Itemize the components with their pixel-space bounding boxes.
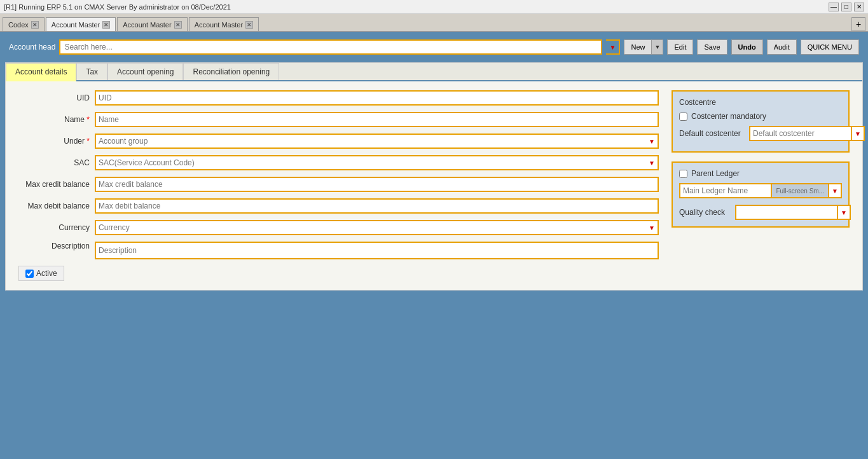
name-input[interactable] xyxy=(95,112,659,127)
tab-account-opening[interactable]: Account opening xyxy=(107,63,183,80)
edit-button[interactable]: Edit xyxy=(667,39,693,55)
quality-check-dropdown-button[interactable]: ▼ xyxy=(838,205,851,220)
quick-menu-button[interactable]: QUICK MENU xyxy=(801,39,859,55)
default-costcenter-input[interactable] xyxy=(749,126,852,141)
costcentre-box: Costcentre Costcenter mandatory Default … xyxy=(672,90,850,153)
tab-codex-close[interactable]: ✕ xyxy=(31,21,39,29)
tab-codex[interactable]: Codex ✕ xyxy=(3,17,45,31)
max-debit-label: Max debit balance xyxy=(18,202,95,210)
tab-account-master-3-label: Account Master xyxy=(195,21,243,29)
under-label: Under * xyxy=(18,137,95,146)
under-dropdown-button[interactable]: ▼ xyxy=(646,134,659,149)
title-text: [R1] Running ERP 5.1 on CMAX Server By a… xyxy=(4,3,231,11)
costcenter-mandatory-checkbox[interactable] xyxy=(679,113,687,121)
uid-label: UID xyxy=(18,93,95,102)
ledger-dropdown-button[interactable]: ▼ xyxy=(829,183,842,198)
new-dropdown-icon: ▼ xyxy=(655,44,661,50)
title-bar: [R1] Running ERP 5.1 on CMAX Server By a… xyxy=(0,0,868,14)
fullscreen-overlay: Full-screen Sm... xyxy=(772,183,829,198)
account-head-label: Account head xyxy=(9,43,55,51)
main-ledger-name-row: Full-screen Sm... ▼ xyxy=(679,183,842,198)
description-row: Description xyxy=(18,242,659,259)
under-input-wrapper: ▼ xyxy=(95,134,659,149)
currency-dropdown-button[interactable]: ▼ xyxy=(646,220,659,235)
tab-account-master-1[interactable]: Account Master ✕ xyxy=(46,17,116,31)
form-right: Costcentre Costcenter mandatory Default … xyxy=(672,90,850,281)
tab-tax[interactable]: Tax xyxy=(76,63,107,80)
tab-account-master-1-close[interactable]: ✕ xyxy=(102,21,110,29)
save-button[interactable]: Save xyxy=(697,39,727,55)
tab-add-button[interactable]: + xyxy=(851,17,865,31)
name-row: Name * xyxy=(18,112,659,127)
currency-input-wrapper: ▼ xyxy=(95,220,659,235)
costcenter-mandatory-label[interactable]: Costcenter mandatory xyxy=(691,112,766,121)
quality-check-label: Quality check xyxy=(679,208,735,217)
parent-ledger-row: Parent Ledger xyxy=(679,169,842,178)
tab-reconciliation-opening-label: Reconciliation opening xyxy=(193,67,270,76)
active-checkbox[interactable] xyxy=(25,270,34,278)
toolbar: Account head ▼ New ▼ Edit Save Undo Audi… xyxy=(5,37,863,57)
minimize-button[interactable]: — xyxy=(829,3,839,11)
search-input[interactable] xyxy=(59,39,602,55)
sac-dropdown-icon: ▼ xyxy=(649,160,655,167)
currency-row: Currency ▼ xyxy=(18,220,659,235)
sac-input[interactable] xyxy=(95,155,646,170)
form-left: UID Name * Under * xyxy=(18,90,659,281)
tab-account-master-2-close[interactable]: ✕ xyxy=(174,21,182,29)
quality-check-dropdown-icon: ▼ xyxy=(841,209,847,216)
new-dropdown-button[interactable]: ▼ xyxy=(652,39,663,55)
parent-ledger-label[interactable]: Parent Ledger xyxy=(691,169,740,178)
uid-row: UID xyxy=(18,90,659,106)
search-dropdown-icon: ▼ xyxy=(610,44,616,51)
close-button[interactable]: ✕ xyxy=(854,3,864,11)
sac-label: SAC xyxy=(18,158,95,167)
costcentre-title: Costcentre xyxy=(679,98,842,107)
under-input[interactable] xyxy=(95,134,646,149)
window-controls: — □ ✕ xyxy=(829,3,864,11)
undo-button[interactable]: Undo xyxy=(731,39,763,55)
tab-account-master-3[interactable]: Account Master ✕ xyxy=(189,17,259,31)
max-debit-input[interactable] xyxy=(95,198,659,214)
fullscreen-text: Full-screen Sm... xyxy=(776,188,824,195)
tab-account-opening-label: Account opening xyxy=(117,67,174,76)
description-label: Description xyxy=(18,242,95,250)
max-credit-input[interactable] xyxy=(95,177,659,192)
active-checkbox-wrapper[interactable]: Active xyxy=(18,266,64,281)
quality-check-input[interactable] xyxy=(735,205,838,220)
parent-ledger-checkbox[interactable] xyxy=(679,170,687,178)
default-costcenter-wrapper: ▼ xyxy=(749,126,865,141)
name-required: * xyxy=(86,115,90,124)
main-content: Account head ▼ New ▼ Edit Save Undo Audi… xyxy=(0,32,868,459)
active-row: Active xyxy=(18,266,659,281)
currency-dropdown-icon: ▼ xyxy=(649,224,655,231)
new-button[interactable]: New xyxy=(624,39,652,55)
uid-input[interactable] xyxy=(95,90,659,106)
tab-account-details-label: Account details xyxy=(15,67,67,76)
inner-tab-bar: Account details Tax Account opening Reco… xyxy=(6,63,862,81)
quality-check-wrapper: ▼ xyxy=(735,205,851,220)
under-required: * xyxy=(86,137,90,146)
maximize-button[interactable]: □ xyxy=(841,3,851,11)
search-dropdown-button[interactable]: ▼ xyxy=(606,39,620,55)
tab-account-master-3-close[interactable]: ✕ xyxy=(245,21,253,29)
tab-reconciliation-opening[interactable]: Reconciliation opening xyxy=(183,63,279,80)
main-ledger-name-input[interactable] xyxy=(679,183,772,198)
tab-bar: Codex ✕ Account Master ✕ Account Master … xyxy=(0,14,868,32)
sac-input-wrapper: ▼ xyxy=(95,155,659,170)
audit-button[interactable]: Audit xyxy=(767,39,797,55)
tab-account-master-1-label: Account Master xyxy=(52,21,100,29)
tab-account-details[interactable]: Account details xyxy=(6,63,76,81)
name-label: Name * xyxy=(18,115,95,124)
form-panel: Account details Tax Account opening Reco… xyxy=(5,62,863,291)
active-label[interactable]: Active xyxy=(36,269,57,278)
tab-tax-label: Tax xyxy=(86,67,98,76)
tab-account-master-2[interactable]: Account Master ✕ xyxy=(117,17,187,31)
parent-ledger-box: Parent Ledger Full-screen Sm... ▼ Quali xyxy=(672,161,850,228)
default-costcenter-dropdown-button[interactable]: ▼ xyxy=(852,126,865,141)
sac-dropdown-button[interactable]: ▼ xyxy=(646,155,659,170)
tab-codex-label: Codex xyxy=(8,21,29,29)
max-credit-row: Max credit balance xyxy=(18,177,659,192)
description-input[interactable] xyxy=(95,242,659,259)
under-dropdown-icon: ▼ xyxy=(649,138,655,145)
currency-input[interactable] xyxy=(95,220,646,235)
